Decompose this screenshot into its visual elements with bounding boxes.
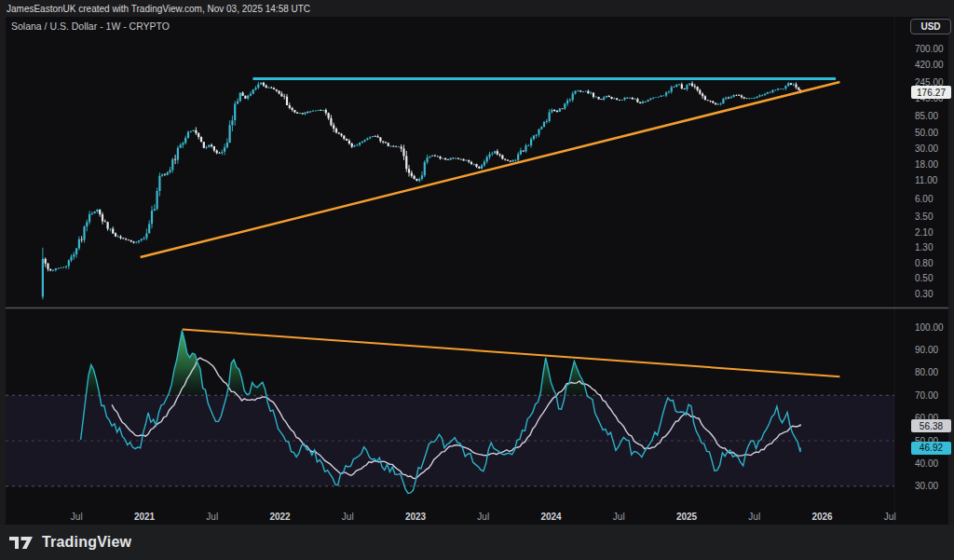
time-tick-label: Jul xyxy=(71,512,83,522)
time-tick-label: Jul xyxy=(613,512,625,522)
rsi-ma-value-badge: 56.38 xyxy=(911,419,951,432)
price-tick-label: 50.00 xyxy=(915,128,938,138)
symbol-title: Solana / U.S. Dollar - 1W - CRYPTO xyxy=(11,20,170,32)
price-tick-label: 700.00 xyxy=(915,44,944,54)
time-tick-label: Jul xyxy=(477,512,489,522)
time-tick-label: 2022 xyxy=(269,512,291,522)
time-tick-label: 2024 xyxy=(540,512,562,522)
chart-canvas[interactable]: 700.00420.00245.00145.0085.0050.0030.001… xyxy=(0,0,954,560)
time-tick-label: Jul xyxy=(342,512,354,522)
tradingview-snapshot: { "header": { "attribution": "JamesEasto… xyxy=(0,0,954,560)
time-tick-label: Jul xyxy=(206,512,218,522)
price-tick-label: 0.50 xyxy=(915,273,934,283)
attribution-text: JamesEastonUK created with TradingView.c… xyxy=(0,4,310,14)
attribution-bar: JamesEastonUK created with TradingView.c… xyxy=(0,0,954,17)
tradingview-logo-icon xyxy=(9,534,34,552)
rsi-tick-label: 80.00 xyxy=(915,367,938,377)
price-tick-label: 0.80 xyxy=(915,258,934,268)
price-tick-label: 0.30 xyxy=(915,289,934,299)
time-tick-label: 2025 xyxy=(676,512,698,522)
time-tick-label: Jul xyxy=(748,512,760,522)
rsi-tick-label: 70.00 xyxy=(915,390,938,401)
rsi-value-badge: 46.92 xyxy=(911,442,951,455)
price-tick-label: 85.00 xyxy=(915,111,938,121)
rsi-tick-label: 40.00 xyxy=(915,458,938,469)
price-tick-label: 18.00 xyxy=(915,159,938,170)
price-tick-label: 6.00 xyxy=(915,194,934,204)
time-tick-label: Jul xyxy=(884,512,896,522)
rsi-tick-label: 30.00 xyxy=(915,481,938,491)
currency-toggle-button[interactable]: USD xyxy=(910,19,951,34)
price-tick-label: 3.50 xyxy=(915,212,934,222)
price-tick-label: 420.00 xyxy=(915,60,944,70)
time-tick-label: 2026 xyxy=(811,512,833,522)
price-tick-label: 11.00 xyxy=(915,175,938,185)
rsi-tick-label: 100.00 xyxy=(915,322,944,333)
rsi-tick-label: 90.00 xyxy=(915,345,938,355)
last-price-badge: 176.27 xyxy=(911,86,951,99)
tradingview-wordmark: TradingView xyxy=(42,534,131,551)
time-tick-label: 2023 xyxy=(405,512,427,522)
time-tick-label: 2021 xyxy=(134,512,156,522)
price-tick-label: 2.10 xyxy=(915,227,934,238)
price-tick-label: 1.30 xyxy=(915,242,934,253)
footer-bar: TradingView xyxy=(0,525,954,560)
price-tick-label: 30.00 xyxy=(915,143,938,154)
